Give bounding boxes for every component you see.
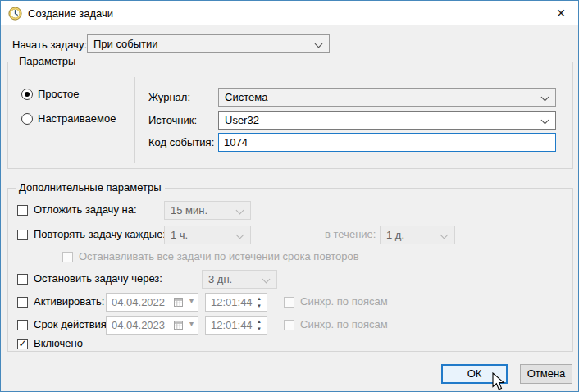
activate-time-value: 12:01:44 <box>211 296 253 308</box>
chevron-down-icon <box>541 93 549 102</box>
advanced-group-title: Дополнительные параметры <box>16 181 165 194</box>
spin-up-icon: ▲ <box>257 295 262 303</box>
spin-up-icon: ▲ <box>257 318 262 326</box>
source-value: User32 <box>225 114 259 126</box>
chevron-down-icon <box>315 40 323 48</box>
stop-all-checkbox <box>62 252 73 262</box>
radio-basic-label[interactable]: Простое <box>38 88 80 101</box>
activate-time-spinner: 12:01:44 ▲ ▼ <box>205 293 267 312</box>
create-task-dialog: Создание задачи ✕ Начать задачу: При соб… <box>0 0 579 392</box>
chevron-down-icon <box>236 231 244 239</box>
activate-sync-label: Синхр. по поясам <box>300 295 388 308</box>
radio-basic[interactable] <box>21 89 33 100</box>
settings-group-title: Параметры <box>16 55 79 67</box>
duration-combobox: 1 д. <box>380 226 455 244</box>
log-value: Система <box>225 91 267 103</box>
event-id-label: Код события: <box>148 136 214 149</box>
enabled-checkbox[interactable]: ✓ <box>17 339 28 349</box>
calendar-icon <box>174 298 183 307</box>
ok-button[interactable]: ОК <box>441 364 508 384</box>
repeat-value: 1 ч. <box>171 229 188 241</box>
activate-checkbox[interactable] <box>17 297 28 308</box>
calendar-dropdown-arrow-icon: ▾ <box>189 319 194 328</box>
delay-checkbox[interactable] <box>17 205 28 216</box>
begin-task-value: При событии <box>93 38 158 50</box>
chevron-down-icon <box>262 276 271 284</box>
expire-time-spinner: 12:01:44 ▲ ▼ <box>205 316 267 335</box>
source-combobox[interactable]: User32 <box>218 111 556 130</box>
titlebar: Создание задачи ✕ <box>1 1 578 25</box>
repeat-checkbox[interactable] <box>17 230 28 240</box>
source-label: Источник: <box>148 114 197 127</box>
stop-all-label: Останавливать все задачи по истечении ср… <box>79 250 359 263</box>
log-combobox[interactable]: Система <box>218 88 556 107</box>
chevron-down-icon <box>541 116 549 125</box>
chevron-down-icon <box>236 207 244 215</box>
duration-value: 1 д. <box>386 229 404 241</box>
activate-label[interactable]: Активировать: <box>34 295 104 308</box>
repeat-label[interactable]: Повторять задачу каждые: <box>34 228 166 241</box>
close-icon[interactable]: ✕ <box>544 1 578 25</box>
expire-sync-checkbox <box>284 320 294 330</box>
spin-down-icon: ▼ <box>257 326 262 333</box>
begin-task-label: Начать задачу: <box>12 39 87 52</box>
expire-sync-label: Синхр. по поясам <box>300 318 388 331</box>
expire-date-picker: 04.04.2023 ▾ <box>106 316 198 335</box>
settings-divider <box>134 77 135 163</box>
delay-value: 15 мин. <box>171 204 207 217</box>
activate-sync-checkbox <box>284 297 294 308</box>
calendar-dropdown-arrow-icon: ▾ <box>189 296 194 305</box>
dialog-title: Создание задачи <box>28 7 113 20</box>
delay-label[interactable]: Отложить задачу на: <box>34 203 137 217</box>
radio-custom-label[interactable]: Настраиваемое <box>38 112 116 125</box>
event-id-input[interactable] <box>218 133 556 152</box>
task-scheduler-clock-icon <box>8 7 22 21</box>
delay-combobox: 15 мин. <box>164 201 251 220</box>
expire-label[interactable]: Срок действия: <box>34 318 110 331</box>
spinner-icons: ▲ ▼ <box>254 294 264 311</box>
cancel-button[interactable]: Отмена <box>520 364 572 384</box>
expire-time-value: 12:01:44 <box>211 319 253 331</box>
expire-checkbox[interactable] <box>17 320 28 330</box>
expire-date-value: 04.04.2023 <box>112 319 165 331</box>
enabled-label[interactable]: Включено <box>34 337 83 350</box>
calendar-icon <box>174 321 183 330</box>
activate-date-value: 04.04.2022 <box>112 296 165 308</box>
radio-custom[interactable] <box>21 113 33 125</box>
stop-after-combobox: 3 дн. <box>202 270 277 289</box>
activate-date-picker: 04.04.2022 ▾ <box>106 293 198 312</box>
repeat-combobox: 1 ч. <box>164 226 251 244</box>
spin-down-icon: ▼ <box>257 303 262 310</box>
chevron-down-icon <box>440 231 449 239</box>
spinner-icons: ▲ ▼ <box>254 317 264 334</box>
duration-label: в течение: <box>325 228 376 241</box>
stop-after-checkbox[interactable] <box>17 274 28 285</box>
log-label: Журнал: <box>148 91 190 104</box>
stop-after-label[interactable]: Остановить задачу через: <box>34 272 162 285</box>
stop-after-value: 3 дн. <box>208 273 232 285</box>
check-icon: ✓ <box>18 338 26 349</box>
begin-task-combobox[interactable]: При событии <box>87 34 330 53</box>
